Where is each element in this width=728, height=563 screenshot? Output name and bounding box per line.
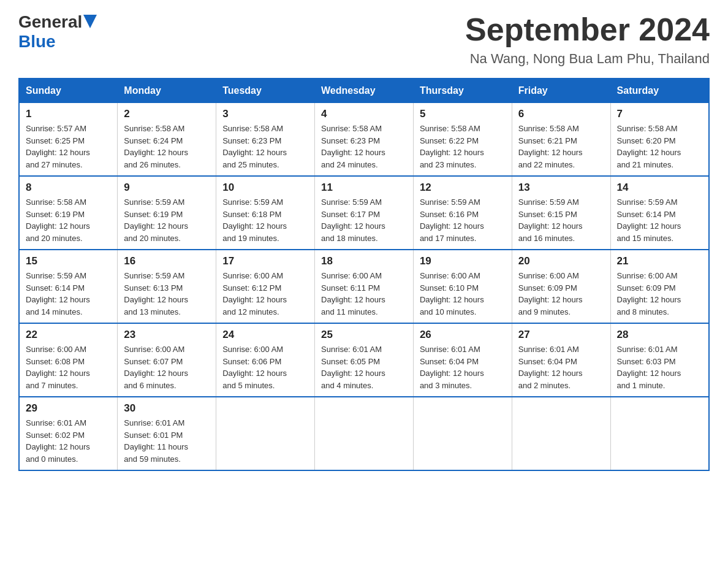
calendar-cell xyxy=(413,397,512,470)
calendar-cell: 2Sunrise: 5:58 AMSunset: 6:24 PMDaylight… xyxy=(118,103,216,177)
calendar-week-row: 29Sunrise: 6:01 AMSunset: 6:02 PMDayligh… xyxy=(19,397,709,470)
day-info: Sunrise: 5:58 AMSunset: 6:22 PMDaylight:… xyxy=(420,123,506,170)
day-number: 30 xyxy=(124,402,210,415)
day-number: 26 xyxy=(420,329,506,341)
logo: General Blue xyxy=(18,12,97,52)
day-info: Sunrise: 6:01 AMSunset: 6:03 PMDaylight:… xyxy=(617,343,702,391)
day-number: 3 xyxy=(222,108,308,120)
day-info: Sunrise: 5:58 AMSunset: 6:23 PMDaylight:… xyxy=(321,123,407,170)
calendar-cell: 12Sunrise: 5:59 AMSunset: 6:16 PMDayligh… xyxy=(413,176,512,250)
day-number: 9 xyxy=(124,182,210,194)
day-number: 17 xyxy=(222,255,308,267)
calendar-cell: 20Sunrise: 6:00 AMSunset: 6:09 PMDayligh… xyxy=(512,250,610,323)
calendar-cell: 9Sunrise: 5:59 AMSunset: 6:19 PMDaylight… xyxy=(118,176,216,250)
column-header-monday: Monday xyxy=(118,79,216,103)
svg-marker-0 xyxy=(83,15,97,28)
calendar-cell: 5Sunrise: 5:58 AMSunset: 6:22 PMDaylight… xyxy=(413,103,512,177)
day-info: Sunrise: 5:58 AMSunset: 6:23 PMDaylight:… xyxy=(222,123,308,170)
calendar-week-row: 15Sunrise: 5:59 AMSunset: 6:14 PMDayligh… xyxy=(19,250,709,323)
day-info: Sunrise: 5:59 AMSunset: 6:19 PMDaylight:… xyxy=(124,196,210,244)
day-number: 13 xyxy=(518,182,604,194)
day-number: 23 xyxy=(124,329,210,341)
page-subtitle: Na Wang, Nong Bua Lam Phu, Thailand xyxy=(465,51,710,67)
day-info: Sunrise: 6:01 AMSunset: 6:05 PMDaylight:… xyxy=(321,343,407,391)
day-number: 24 xyxy=(222,329,308,341)
calendar-cell xyxy=(512,397,610,470)
calendar-cell: 21Sunrise: 6:00 AMSunset: 6:09 PMDayligh… xyxy=(610,250,709,323)
calendar-cell: 10Sunrise: 5:59 AMSunset: 6:18 PMDayligh… xyxy=(216,176,315,250)
logo-blue-text: Blue xyxy=(18,32,56,51)
calendar-week-row: 1Sunrise: 5:57 AMSunset: 6:25 PMDaylight… xyxy=(19,103,709,177)
day-number: 4 xyxy=(321,108,407,120)
calendar-cell: 6Sunrise: 5:58 AMSunset: 6:21 PMDaylight… xyxy=(512,103,610,177)
day-info: Sunrise: 5:58 AMSunset: 6:19 PMDaylight:… xyxy=(26,196,111,244)
calendar-cell: 24Sunrise: 6:00 AMSunset: 6:06 PMDayligh… xyxy=(216,323,315,397)
day-number: 21 xyxy=(617,255,702,267)
column-header-tuesday: Tuesday xyxy=(216,79,315,103)
day-number: 22 xyxy=(26,329,111,341)
day-info: Sunrise: 6:00 AMSunset: 6:10 PMDaylight:… xyxy=(420,270,506,318)
day-info: Sunrise: 6:01 AMSunset: 6:01 PMDaylight:… xyxy=(124,417,210,465)
calendar-cell: 1Sunrise: 5:57 AMSunset: 6:25 PMDaylight… xyxy=(19,103,118,177)
calendar-cell: 22Sunrise: 6:00 AMSunset: 6:08 PMDayligh… xyxy=(19,323,118,397)
title-area: September 2024 Na Wang, Nong Bua Lam Phu… xyxy=(465,12,710,67)
column-header-thursday: Thursday xyxy=(413,79,512,103)
calendar-cell: 7Sunrise: 5:58 AMSunset: 6:20 PMDaylight… xyxy=(610,103,709,177)
calendar-cell: 18Sunrise: 6:00 AMSunset: 6:11 PMDayligh… xyxy=(315,250,414,323)
calendar-cell: 13Sunrise: 5:59 AMSunset: 6:15 PMDayligh… xyxy=(512,176,610,250)
day-info: Sunrise: 6:00 AMSunset: 6:09 PMDaylight:… xyxy=(518,270,604,318)
day-info: Sunrise: 6:00 AMSunset: 6:12 PMDaylight:… xyxy=(222,270,308,318)
day-number: 12 xyxy=(420,182,506,194)
page-title: September 2024 xyxy=(465,12,710,47)
day-info: Sunrise: 6:00 AMSunset: 6:08 PMDaylight:… xyxy=(26,343,111,391)
day-number: 8 xyxy=(26,182,111,194)
day-number: 2 xyxy=(124,108,210,120)
day-number: 19 xyxy=(420,255,506,267)
calendar-cell: 26Sunrise: 6:01 AMSunset: 6:04 PMDayligh… xyxy=(413,323,512,397)
calendar-cell: 25Sunrise: 6:01 AMSunset: 6:05 PMDayligh… xyxy=(315,323,414,397)
day-info: Sunrise: 5:58 AMSunset: 6:20 PMDaylight:… xyxy=(617,123,702,170)
day-number: 25 xyxy=(321,329,407,341)
day-number: 18 xyxy=(321,255,407,267)
calendar-cell: 14Sunrise: 5:59 AMSunset: 6:14 PMDayligh… xyxy=(610,176,709,250)
day-info: Sunrise: 6:00 AMSunset: 6:06 PMDaylight:… xyxy=(222,343,308,391)
day-number: 10 xyxy=(222,182,308,194)
logo-top-row: General xyxy=(18,12,97,32)
calendar-cell: 11Sunrise: 5:59 AMSunset: 6:17 PMDayligh… xyxy=(315,176,414,250)
calendar-cell: 16Sunrise: 5:59 AMSunset: 6:13 PMDayligh… xyxy=(118,250,216,323)
day-info: Sunrise: 5:59 AMSunset: 6:17 PMDaylight:… xyxy=(321,196,407,244)
day-info: Sunrise: 6:00 AMSunset: 6:07 PMDaylight:… xyxy=(124,343,210,391)
day-number: 1 xyxy=(26,108,111,120)
calendar-cell xyxy=(315,397,414,470)
calendar-week-row: 8Sunrise: 5:58 AMSunset: 6:19 PMDaylight… xyxy=(19,176,709,250)
calendar-cell: 23Sunrise: 6:00 AMSunset: 6:07 PMDayligh… xyxy=(118,323,216,397)
day-number: 7 xyxy=(617,108,702,120)
calendar-cell: 3Sunrise: 5:58 AMSunset: 6:23 PMDaylight… xyxy=(216,103,315,177)
day-info: Sunrise: 5:59 AMSunset: 6:14 PMDaylight:… xyxy=(26,270,111,318)
day-number: 6 xyxy=(518,108,604,120)
day-number: 27 xyxy=(518,329,604,341)
day-number: 15 xyxy=(26,255,111,267)
column-header-sunday: Sunday xyxy=(19,79,118,103)
day-number: 11 xyxy=(321,182,407,194)
logo-triangle-icon xyxy=(83,15,97,28)
day-info: Sunrise: 6:01 AMSunset: 6:02 PMDaylight:… xyxy=(26,417,111,465)
calendar-cell xyxy=(610,397,709,470)
day-info: Sunrise: 5:59 AMSunset: 6:15 PMDaylight:… xyxy=(518,196,604,244)
day-number: 29 xyxy=(26,402,111,415)
column-header-friday: Friday xyxy=(512,79,610,103)
day-info: Sunrise: 5:57 AMSunset: 6:25 PMDaylight:… xyxy=(26,123,111,170)
day-info: Sunrise: 5:59 AMSunset: 6:13 PMDaylight:… xyxy=(124,270,210,318)
header-area: General Blue September 2024 Na Wang, Non… xyxy=(18,12,710,67)
day-info: Sunrise: 6:01 AMSunset: 6:04 PMDaylight:… xyxy=(420,343,506,391)
calendar-header-row: SundayMondayTuesdayWednesdayThursdayFrid… xyxy=(19,79,709,103)
column-header-wednesday: Wednesday xyxy=(315,79,414,103)
day-number: 28 xyxy=(617,329,702,341)
calendar-table: SundayMondayTuesdayWednesdayThursdayFrid… xyxy=(18,78,710,471)
day-info: Sunrise: 5:59 AMSunset: 6:18 PMDaylight:… xyxy=(222,196,308,244)
day-info: Sunrise: 6:00 AMSunset: 6:11 PMDaylight:… xyxy=(321,270,407,318)
day-info: Sunrise: 6:01 AMSunset: 6:04 PMDaylight:… xyxy=(518,343,604,391)
logo-general-text: General xyxy=(18,12,82,32)
logo-icon: General Blue xyxy=(18,12,97,52)
day-info: Sunrise: 6:00 AMSunset: 6:09 PMDaylight:… xyxy=(617,270,702,318)
